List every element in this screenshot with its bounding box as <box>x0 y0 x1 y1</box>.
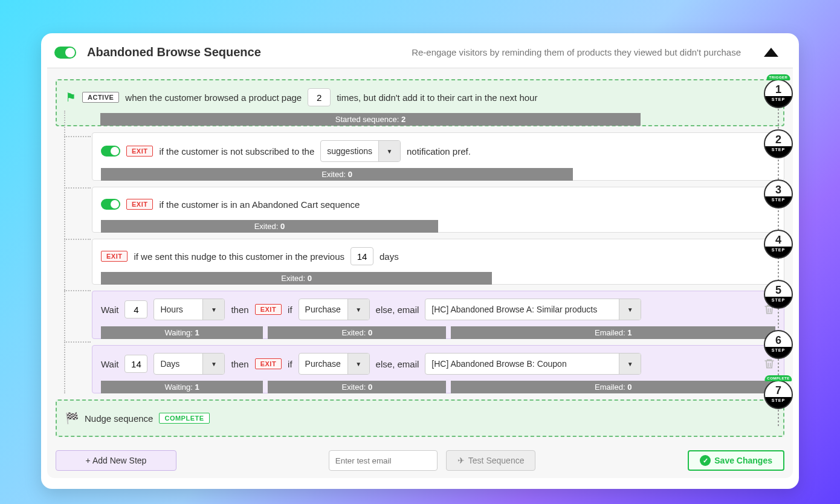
then-label: then <box>231 305 248 315</box>
card-header: Abandoned Browse Sequence Re-engage visi… <box>47 39 793 68</box>
step-bubble-5[interactable]: 5STEP <box>764 280 793 309</box>
status-badge-active: ACTIVE <box>82 92 119 103</box>
footer-bar: + Add New Step ✈ Test Sequence ✓ Save Ch… <box>56 443 784 471</box>
else-label: else, email <box>376 305 419 315</box>
exit-step-3: EXIT if we sent this nudge to this custo… <box>92 239 784 285</box>
step-bubble-6[interactable]: 6STEP <box>764 330 793 359</box>
exit-step-1: EXIT if the customer is not subscribed t… <box>92 132 784 181</box>
exit-badge: EXIT <box>126 199 153 210</box>
emailed-stat: Emailed: 1 <box>451 326 775 339</box>
wait-unit-select[interactable]: Days <box>153 353 225 375</box>
checkered-flag-icon: 🏁 <box>65 412 79 425</box>
else-label: else, email <box>376 359 419 369</box>
sequence-card: Abandoned Browse Sequence Re-engage visi… <box>41 33 799 489</box>
step-bubble-2[interactable]: 2STEP <box>764 129 793 158</box>
check-circle-icon: ✓ <box>700 455 711 466</box>
wait-value-input[interactable] <box>124 300 147 318</box>
step-connectors <box>54 111 82 393</box>
exit-stat: Exited: 0 <box>101 272 492 285</box>
exit-text-after: notification pref. <box>407 146 471 157</box>
exit-badge: EXIT <box>255 358 282 369</box>
wait-unit-select[interactable]: Hours <box>153 299 225 320</box>
chevron-down-icon <box>378 141 400 161</box>
exit-stat: Exited: 0 <box>101 168 573 181</box>
wait-label: Wait <box>101 305 118 315</box>
exit-stat: Exited: 0 <box>101 220 438 233</box>
trigger-stat: Started sequence: 2 <box>100 113 641 126</box>
if-label: if <box>288 359 292 369</box>
complete-step: 🏁 Nudge sequence COMPLETE <box>56 399 784 437</box>
email-template-select[interactable]: [HC] Abandoned Browse B: Coupon <box>425 353 641 375</box>
trigger-text-after: times, but didn't add it to their cart i… <box>337 92 537 103</box>
waiting-stat: Waiting: 1 <box>101 326 263 339</box>
exit-toggle[interactable] <box>101 146 120 157</box>
test-email-input[interactable] <box>329 450 438 471</box>
exit-badge: EXIT <box>101 251 128 262</box>
exit-days-input[interactable] <box>351 247 373 265</box>
exit-text: if the customer is in an Abandoned Cart … <box>159 199 360 210</box>
step-rail: 1STEP 2STEP 3STEP 4STEP 5STEP 6STEP 7STE… <box>760 79 796 442</box>
card-body: ⚑ ACTIVE when the customer browsed a pro… <box>47 68 793 478</box>
chevron-down-icon <box>202 299 224 320</box>
test-sequence-button[interactable]: ✈ Test Sequence <box>446 450 536 471</box>
step-bubble-7[interactable]: 7STEP <box>764 380 793 409</box>
exit-step-2: EXIT if the customer is in an Abandoned … <box>92 187 784 233</box>
collapse-icon[interactable] <box>764 48 778 57</box>
chevron-down-icon <box>619 354 641 374</box>
trigger-times-input[interactable] <box>308 88 331 106</box>
then-label: then <box>231 359 248 369</box>
trigger-text-before: when the customer browsed a product page <box>125 92 302 103</box>
wait-label: Wait <box>101 359 118 369</box>
chevron-down-icon <box>347 299 369 320</box>
step-bubble-1[interactable]: 1STEP <box>764 79 793 108</box>
trigger-step: ⚑ ACTIVE when the customer browsed a pro… <box>56 79 784 126</box>
step-bubble-4[interactable]: 4STEP <box>764 230 793 259</box>
chevron-down-icon <box>619 299 641 320</box>
emailed-stat: Emailed: 0 <box>451 381 775 393</box>
chevron-down-icon <box>202 354 224 374</box>
waiting-stat: Waiting: 1 <box>101 381 263 393</box>
chevron-down-icon <box>347 354 369 374</box>
if-label: if <box>288 305 292 315</box>
save-button[interactable]: ✓ Save Changes <box>688 450 784 471</box>
if-condition-select[interactable]: Purchase <box>299 299 370 320</box>
sequence-enable-toggle[interactable] <box>54 47 76 59</box>
exit-toggle[interactable] <box>101 199 120 210</box>
add-step-button[interactable]: + Add New Step <box>56 450 176 471</box>
wait-step-1: Wait Hours then EXIT if Purchase else, e… <box>92 291 784 339</box>
exited-stat: Exited: 0 <box>268 381 446 393</box>
exit-text-before: if we sent this nudge to this customer i… <box>134 251 344 262</box>
sequence-description: Re-engage visitors by reminding them of … <box>272 47 753 57</box>
wait-step-2: Wait Days then EXIT if Purchase else, em… <box>92 345 784 393</box>
exit-badge: EXIT <box>255 304 282 315</box>
flag-icon: ⚑ <box>65 90 76 105</box>
notification-pref-select[interactable]: suggestions <box>320 140 401 162</box>
sequence-title: Abandoned Browse Sequence <box>87 45 261 59</box>
exit-text-after: days <box>380 251 399 262</box>
wait-value-input[interactable] <box>124 355 147 373</box>
complete-badge: COMPLETE <box>159 413 209 424</box>
exit-badge: EXIT <box>126 146 153 157</box>
exited-stat: Exited: 0 <box>268 326 446 339</box>
email-template-select[interactable]: [HC] Abandoned Browse A: Similar product… <box>425 299 641 320</box>
complete-text: Nudge sequence <box>85 413 153 424</box>
paper-plane-icon: ✈ <box>457 456 465 465</box>
step-bubble-3[interactable]: 3STEP <box>764 179 793 208</box>
if-condition-select[interactable]: Purchase <box>299 353 370 375</box>
exit-text: if the customer is not subscribed to the <box>159 146 314 157</box>
